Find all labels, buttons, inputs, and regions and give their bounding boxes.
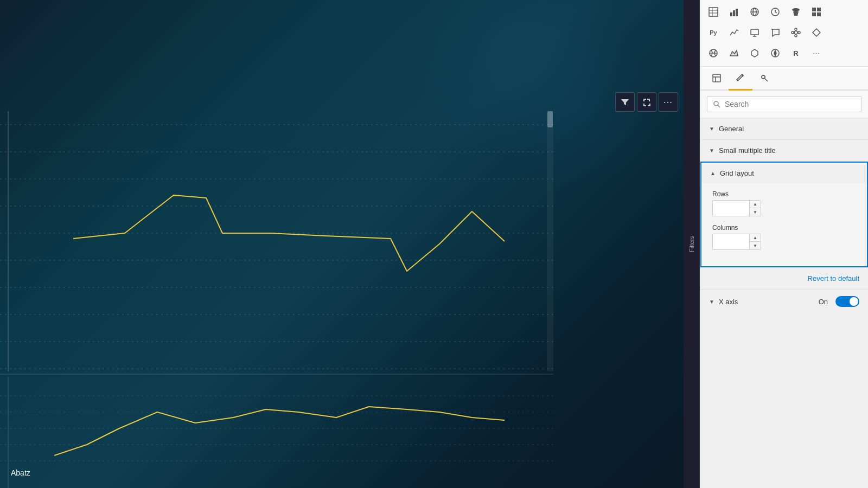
- columns-label: Columns: [712, 224, 856, 232]
- columns-value-input[interactable]: 2: [713, 235, 749, 249]
- rows-increment-button[interactable]: ▲: [750, 201, 761, 208]
- columns-decrement-button[interactable]: ▼: [750, 242, 761, 249]
- table-vis-button[interactable]: [704, 2, 723, 22]
- search-icon: [713, 100, 720, 108]
- x-axis-on-label: On: [819, 298, 828, 306]
- bar-chart-vis-button[interactable]: [724, 2, 744, 22]
- columns-spinner-buttons: ▲ ▼: [749, 234, 761, 249]
- visualization-toolbar: Py: [700, 0, 868, 67]
- funnel-vis-button[interactable]: [786, 2, 806, 22]
- grid-vis-button[interactable]: [807, 2, 826, 22]
- svg-rect-25: [733, 10, 735, 16]
- svg-point-38: [794, 31, 797, 34]
- rows-spinner-buttons: ▲ ▼: [749, 201, 761, 216]
- svg-marker-43: [813, 29, 820, 36]
- map-vis-button[interactable]: [745, 2, 764, 22]
- format-tab-row: [700, 67, 868, 91]
- svg-point-42: [795, 35, 797, 37]
- svg-rect-24: [730, 12, 732, 16]
- svg-rect-19: [547, 111, 553, 127]
- chat-vis-button[interactable]: [765, 23, 785, 42]
- svg-rect-18: [547, 111, 553, 371]
- diamond-vis-button[interactable]: [807, 23, 826, 42]
- x-axis-header[interactable]: ▼ X axis On: [700, 290, 868, 313]
- icon-row-1: [704, 2, 865, 22]
- svg-rect-33: [812, 12, 816, 16]
- line-chart-vis-button[interactable]: [724, 23, 744, 42]
- search-container: [700, 91, 868, 118]
- fields-tab[interactable]: [705, 67, 729, 91]
- sidebar-strip: Filters: [684, 0, 700, 488]
- general-label: General: [719, 125, 744, 133]
- revert-default-button[interactable]: Revert to default: [808, 274, 859, 282]
- analytics-tab[interactable]: [752, 67, 776, 91]
- svg-marker-47: [774, 50, 776, 56]
- general-section-header[interactable]: ▼ General: [700, 118, 868, 140]
- icon-row-3: R ···: [704, 43, 865, 63]
- small-multiple-label: Small multiple title: [719, 146, 776, 155]
- svg-rect-35: [751, 29, 758, 35]
- icon-row-2: Py: [704, 23, 865, 42]
- search-box[interactable]: [707, 96, 861, 112]
- svg-line-58: [718, 105, 720, 107]
- svg-point-40: [798, 31, 800, 34]
- rows-input-row: Rows 3 ▲ ▼: [712, 190, 856, 216]
- columns-increment-button[interactable]: ▲: [750, 234, 761, 242]
- area-map-vis-button[interactable]: [724, 43, 744, 63]
- svg-rect-32: [817, 8, 821, 11]
- small-multiple-title-section-header[interactable]: ▼ Small multiple title: [700, 140, 868, 162]
- format-tab[interactable]: [729, 67, 752, 91]
- svg-line-52: [765, 78, 768, 81]
- ppt-vis-button[interactable]: [745, 23, 764, 42]
- revert-section: Revert to default: [700, 267, 868, 289]
- x-axis-chevron: ▼: [709, 299, 714, 305]
- custom-vis-button[interactable]: [786, 23, 806, 42]
- svg-point-41: [795, 28, 797, 30]
- svg-point-39: [792, 31, 794, 34]
- python-vis-button[interactable]: Py: [704, 23, 723, 42]
- svg-rect-20: [709, 8, 718, 16]
- columns-input-row: Columns 2 ▲ ▼: [712, 224, 856, 250]
- right-panel: Py: [700, 0, 868, 488]
- grid-layout-content: Rows 3 ▲ ▼ Columns 2 ▲: [701, 184, 867, 266]
- columns-spinner[interactable]: 2 ▲ ▼: [712, 234, 761, 250]
- x-axis-section: ▼ X axis On: [700, 289, 868, 313]
- svg-rect-34: [817, 12, 821, 16]
- chart-area: ··· Abatz: [0, 0, 684, 488]
- svg-rect-48: [713, 74, 720, 82]
- svg-rect-26: [736, 9, 738, 16]
- search-input[interactable]: [725, 100, 856, 108]
- grid-layout-header[interactable]: ▲ Grid layout: [701, 163, 867, 184]
- rows-decrement-button[interactable]: ▼: [750, 208, 761, 216]
- chart-label: Abatz: [11, 468, 30, 477]
- rows-spinner[interactable]: 3 ▲ ▼: [712, 200, 761, 216]
- clock-vis-button[interactable]: [765, 2, 785, 22]
- rows-label: Rows: [712, 190, 856, 198]
- format-panel-body: ▼ General ▼ Small multiple title ▲ Grid …: [700, 118, 868, 488]
- svg-point-51: [762, 75, 765, 79]
- small-multiple-chevron: ▼: [709, 147, 714, 153]
- x-axis-toggle-thumb: [850, 297, 858, 306]
- rows-value-input[interactable]: 3: [713, 201, 749, 216]
- grid-layout-section: ▲ Grid layout Rows 3 ▲ ▼: [700, 162, 868, 267]
- x-axis-toggle[interactable]: [835, 296, 859, 307]
- general-chevron: ▼: [709, 126, 714, 132]
- svg-point-57: [714, 101, 718, 106]
- svg-rect-31: [812, 8, 816, 11]
- sidebar-strip-text: Filters: [688, 236, 695, 252]
- grid-layout-title: Grid layout: [720, 169, 754, 177]
- r-vis-button[interactable]: R: [786, 43, 806, 63]
- compass-vis-button[interactable]: [765, 43, 785, 63]
- globe-vis-button[interactable]: [704, 43, 723, 63]
- more-vis-button[interactable]: ···: [807, 43, 826, 63]
- x-axis-label: X axis: [719, 298, 814, 306]
- shape-map-vis-button[interactable]: [745, 43, 764, 63]
- grid-layout-chevron: ▲: [710, 170, 716, 176]
